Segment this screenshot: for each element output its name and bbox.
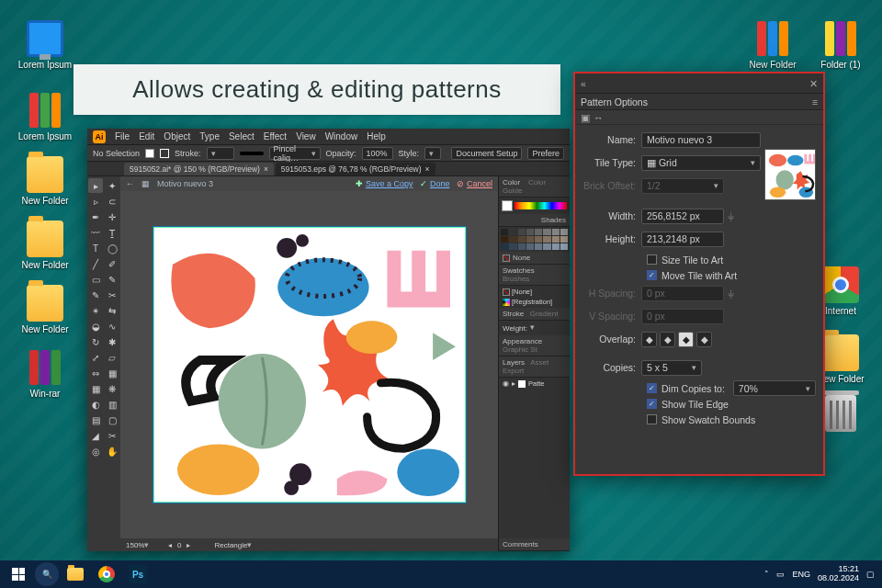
panel-title[interactable]: Pattern Options [581, 96, 648, 107]
menu-window[interactable]: Window [325, 131, 358, 141]
free-transform-icon[interactable]: ▦ [88, 381, 103, 396]
link-dimensions-icon[interactable]: ⏚ [728, 209, 734, 222]
style-select[interactable]: ▾ [424, 147, 441, 160]
zoom-select[interactable]: 150%▾ [126, 540, 163, 549]
nav-next-icon[interactable]: ▸ [187, 541, 190, 549]
perspective-icon[interactable]: ▱ [105, 350, 119, 365]
panel-stroke[interactable]: Stroke [503, 310, 524, 318]
weight-field[interactable]: ▾ [530, 322, 556, 334]
cancel-link[interactable]: Cancel [467, 179, 492, 188]
desktop-icon-books[interactable]: New Folder [744, 20, 801, 70]
warp-tool-icon[interactable]: ∿ [105, 319, 119, 334]
doc-tab[interactable]: 5915053.eps @ 76,78 % (RGB/Preview)× [276, 163, 435, 175]
desktop-icon-monitor[interactable]: Lorem Ipsum [17, 20, 74, 70]
lasso-tool-icon[interactable]: ⊂ [105, 194, 119, 209]
overlap-top-front-button[interactable]: ◆ [678, 332, 694, 347]
overlap-right-front-button[interactable]: ◆ [660, 332, 675, 347]
close-icon[interactable]: ✕ [809, 78, 818, 89]
size-tile-checkbox[interactable] [647, 254, 657, 265]
magic-wand-icon[interactable]: ✦ [105, 178, 119, 193]
overlap-left-front-button[interactable]: ◆ [641, 332, 657, 347]
stroke-swatch[interactable] [160, 149, 169, 158]
scissors-icon[interactable]: ✂ [105, 288, 119, 302]
document-setup-button[interactable]: Document Setup [451, 147, 522, 160]
panel-appearance[interactable]: Appearance [503, 337, 542, 345]
artboard-tool-icon[interactable]: ▢ [105, 413, 119, 427]
hand-tool-icon[interactable]: ✋ [105, 444, 119, 458]
line-tool-icon[interactable]: ╱ [88, 256, 103, 271]
ellipse-tool-icon[interactable]: ◯ [105, 241, 119, 255]
show-tile-edge-checkbox[interactable]: ✓ [647, 399, 657, 409]
copies-select[interactable]: 5 x 5▾ [641, 360, 702, 376]
brush-select[interactable]: Pincel calig…▾ [269, 147, 321, 160]
direct-select-tool-icon[interactable]: ▹ [88, 194, 103, 209]
save-copy-link[interactable]: Save a Copy [366, 179, 413, 188]
tile-resize-icon[interactable]: ↔ [594, 112, 604, 123]
mesh-tool-icon[interactable]: ▦ [105, 366, 119, 380]
done-link[interactable]: Done [430, 179, 450, 188]
panel-layers[interactable]: Layers [503, 358, 525, 367]
panel-menu-icon[interactable]: ≡ [812, 96, 818, 107]
type-tool-icon[interactable]: T [88, 241, 103, 255]
color-spectrum[interactable] [514, 202, 567, 209]
close-icon[interactable]: × [425, 164, 430, 174]
move-tile-checkbox[interactable]: ✓ [647, 270, 657, 280]
eraser-tool-icon[interactable]: ◒ [88, 319, 103, 334]
back-icon[interactable]: ← [126, 179, 134, 188]
desktop-icon-winrar[interactable]: Win-rar [17, 349, 74, 399]
chevrons-left-icon[interactable]: « [581, 78, 586, 89]
artboard-canvas[interactable] [153, 227, 466, 503]
tile-size-icon[interactable]: ▣ [581, 112, 590, 123]
pencil-tool-icon[interactable]: ✎ [105, 272, 119, 287]
menu-type[interactable]: Type [199, 131, 220, 141]
dim-copies-checkbox[interactable]: ✓ [647, 383, 657, 393]
shades-grid[interactable] [499, 227, 570, 252]
start-button[interactable] [4, 561, 33, 587]
blend-tool-icon[interactable]: ◎ [88, 444, 103, 458]
shape-builder-icon[interactable]: ◐ [88, 397, 103, 412]
scale-tool-icon[interactable]: ⤢ [88, 350, 103, 365]
brush-tool-icon[interactable]: ✎ [88, 288, 103, 302]
panel-swatches[interactable]: Swatches [503, 266, 535, 275]
taskbar-file-explorer[interactable] [61, 561, 90, 587]
selection-tool-icon[interactable]: ▸ [88, 178, 103, 193]
tray-battery-icon[interactable]: ▭ [776, 570, 785, 579]
rectangle-tool-icon[interactable]: ▭ [88, 272, 103, 287]
anchor-tool-icon[interactable]: ✛ [105, 209, 119, 224]
taskbar-chrome[interactable] [92, 561, 121, 587]
graph-tool-icon[interactable]: ▥ [105, 397, 119, 412]
text-path-icon[interactable]: Ṯ [105, 225, 119, 240]
nav-prev-icon[interactable]: ◂ [168, 541, 172, 549]
symbol-tool-icon[interactable]: ❋ [105, 381, 119, 396]
menu-effect[interactable]: Effect [264, 131, 287, 141]
preferences-button[interactable]: Prefere [527, 147, 564, 160]
menu-view[interactable]: View [296, 131, 316, 141]
name-field[interactable]: Motivo nuevo 3 [641, 132, 761, 148]
slice-tool-icon[interactable]: ✂ [105, 428, 119, 443]
tray-language[interactable]: ENG [792, 570, 810, 579]
opacity-field[interactable]: 100% [362, 147, 393, 160]
desktop-icon-folder[interactable]: New Folder [17, 220, 74, 270]
dim-copies-field[interactable]: 70%▾ [733, 380, 816, 396]
tray-date[interactable]: 08.02.2024 [818, 574, 859, 583]
desktop-icon-books[interactable]: Folder (1) [812, 20, 869, 70]
paintbrush-icon[interactable]: ✐ [105, 256, 119, 271]
fill-swatch[interactable] [145, 149, 154, 158]
taskbar-photoshop[interactable]: Ps [123, 561, 153, 587]
status-tool[interactable]: Rectangle▾ [214, 540, 278, 549]
pen-tool-icon[interactable]: ✒ [88, 209, 103, 224]
fill-color-icon[interactable] [502, 200, 513, 211]
doc-tab[interactable]: 5915052.ai* @ 150 % (RGB/Preview)× [124, 163, 274, 175]
show-swatch-bounds-checkbox[interactable] [647, 414, 657, 424]
eye-icon[interactable]: ◉ [503, 379, 509, 388]
desktop-icon-books[interactable]: Lorem Ipsum [17, 92, 74, 141]
menu-help[interactable]: Help [367, 131, 386, 141]
desktop-icon-folder[interactable]: New Folder [17, 285, 74, 334]
menu-file[interactable]: File [115, 131, 130, 141]
width-tool-icon[interactable]: ⇔ [88, 366, 103, 380]
puppet-tool-icon[interactable]: ✱ [105, 334, 119, 349]
shaper-tool-icon[interactable]: ✴ [88, 303, 103, 318]
tray-notifications-icon[interactable]: ▢ [866, 570, 875, 579]
width-field[interactable]: 256,8152 px [641, 209, 724, 224]
rotate-tool-icon[interactable]: ↻ [88, 334, 103, 349]
